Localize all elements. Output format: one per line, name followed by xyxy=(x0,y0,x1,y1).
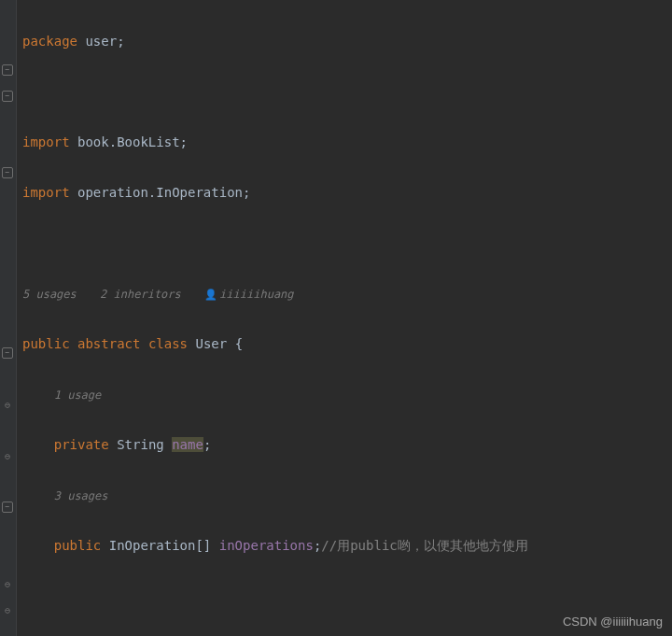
fold-icon[interactable]: − xyxy=(2,167,13,178)
inlay-hints[interactable]: 1 usage xyxy=(22,382,672,407)
code-line: public abstract class User { xyxy=(22,332,672,357)
override-icon[interactable]: ⊖ xyxy=(2,578,13,589)
fold-icon[interactable]: − xyxy=(2,64,13,76)
code-line xyxy=(22,79,672,105)
override-icon[interactable]: ⊖ xyxy=(2,450,13,461)
code-line: import book.BookList; xyxy=(22,130,672,155)
override-icon[interactable]: ⊖ xyxy=(2,604,13,615)
code-line: public InOperation[] inOperations;//用pub… xyxy=(22,533,672,558)
code-line: import operation.InOperation; xyxy=(22,180,672,205)
code-line xyxy=(22,584,672,609)
code-line: private String name; xyxy=(22,432,672,458)
inlay-hints[interactable]: 3 usages xyxy=(22,483,672,508)
fold-icon[interactable]: − xyxy=(2,502,13,513)
watermark-label: CSDN @iiiiiihuang xyxy=(563,609,663,634)
editor-gutter: − − − − ⊖ ⊖ − ⊖ ⊖ xyxy=(0,0,17,636)
override-icon[interactable]: ⊖ xyxy=(2,399,13,410)
fold-icon[interactable]: − xyxy=(2,91,13,102)
code-line: package user; xyxy=(22,29,672,54)
code-line xyxy=(22,231,672,256)
code-editor[interactable]: package user; import book.BookList; impo… xyxy=(17,0,672,636)
inlay-hints[interactable]: 5 usages 2 inheritors 👤iiiiiihuang xyxy=(22,281,672,306)
fold-icon[interactable]: − xyxy=(2,347,13,359)
